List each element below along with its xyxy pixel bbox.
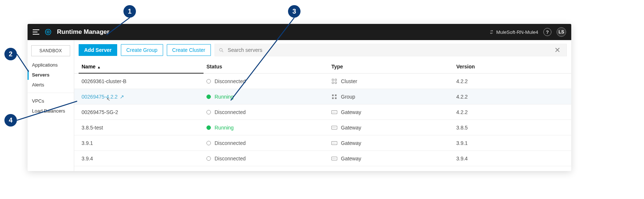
svg-rect-11 <box>335 82 337 83</box>
gateway-icon <box>331 141 337 145</box>
table-row[interactable]: 00269475-4.2.2↗↖RunningGroup4.2.2 <box>74 89 571 104</box>
sidebar-item-servers[interactable]: Servers <box>28 70 74 80</box>
table-row[interactable]: 3.9.4DisconnectedGateway3.9.4 <box>74 151 571 166</box>
logo-icon <box>44 28 52 36</box>
type-cell: Group <box>328 90 453 103</box>
cluster-icon <box>331 79 337 83</box>
name-cell: 3.8.5-test <box>79 121 204 134</box>
version-cell: 3.9.4 <box>453 152 567 165</box>
type-cell: Gateway <box>328 152 453 165</box>
status-indicator-icon <box>206 125 211 130</box>
menu-icon[interactable] <box>33 29 39 35</box>
status-text: Running <box>215 94 234 100</box>
status-cell: Running <box>204 90 328 103</box>
svg-line-1 <box>17 54 29 72</box>
svg-point-26 <box>334 143 334 143</box>
switch-icon <box>489 29 494 35</box>
callout-1: 1 <box>123 5 136 18</box>
gateway-icon <box>331 156 337 161</box>
status-text: Disconnected <box>215 78 246 84</box>
table-row[interactable]: 00269361-cluster-BDisconnectedCluster4.2… <box>74 74 571 89</box>
sidebar-item-alerts[interactable]: Alerts <box>28 80 74 90</box>
name-cell: 3.9.4 <box>79 152 204 165</box>
cursor-icon: ↖ <box>107 97 110 102</box>
svg-point-31 <box>335 158 336 159</box>
table-row[interactable]: 00269475-SG-2DisconnectedGateway4.2.2 <box>74 104 571 120</box>
main: Add Server Create Group Create Cluster ✕… <box>74 40 571 171</box>
create-group-button[interactable]: Create Group <box>121 44 163 56</box>
callout-4: 4 <box>4 114 17 127</box>
status-text: Disconnected <box>215 156 246 161</box>
sidebar-item-load-balancers[interactable]: Load Balancers <box>28 106 74 116</box>
status-text: Disconnected <box>215 109 246 115</box>
env-chip[interactable]: SANDBOX <box>31 45 70 56</box>
open-icon[interactable]: ↗ <box>120 94 124 100</box>
type-text: Gateway <box>341 156 361 161</box>
topbar: Runtime Manager MuleSoft-RN-Mule4 ? LS <box>28 24 571 40</box>
svg-point-21 <box>332 127 333 128</box>
svg-rect-12 <box>332 94 334 96</box>
avatar[interactable]: LS <box>557 27 566 37</box>
svg-rect-13 <box>335 94 337 96</box>
name-cell: 00269475-SG-2 <box>79 106 204 119</box>
svg-point-30 <box>334 158 334 159</box>
status-cell: Disconnected <box>204 136 328 150</box>
search-input[interactable] <box>228 47 548 53</box>
status-text: Running <box>215 125 234 131</box>
add-server-button[interactable]: Add Server <box>79 44 117 56</box>
table-row[interactable]: 3.9.1DisconnectedGateway3.9.1 <box>74 135 571 151</box>
svg-rect-10 <box>332 82 334 83</box>
col-type-header[interactable]: Type <box>328 60 453 73</box>
status-cell: Disconnected <box>204 106 328 119</box>
servers-table: Name▲ Status Type Version 00269361-clust… <box>74 60 571 171</box>
svg-point-4 <box>46 29 51 35</box>
callout-3: 3 <box>288 5 301 18</box>
svg-point-29 <box>332 158 333 159</box>
svg-rect-15 <box>335 97 337 99</box>
org-name: MuleSoft-RN-Mule4 <box>496 29 538 35</box>
svg-rect-9 <box>335 79 337 80</box>
gateway-icon <box>331 110 337 114</box>
col-version-header[interactable]: Version <box>453 60 567 73</box>
type-cell: Gateway <box>328 121 453 134</box>
type-text: Gateway <box>341 140 361 146</box>
svg-point-18 <box>334 112 334 113</box>
sidebar-item-applications[interactable]: Applications <box>28 60 74 70</box>
status-text: Disconnected <box>215 140 246 146</box>
gateway-icon <box>331 125 337 130</box>
type-cell: Gateway <box>328 106 453 119</box>
create-cluster-button[interactable]: Create Cluster <box>167 44 211 56</box>
status-indicator-icon <box>206 110 211 114</box>
org-switcher[interactable]: MuleSoft-RN-Mule4 <box>489 29 538 35</box>
toolbar: Add Server Create Group Create Cluster ✕ <box>74 40 571 60</box>
svg-rect-14 <box>332 97 334 99</box>
type-cell: Gateway <box>328 136 453 150</box>
svg-point-6 <box>219 48 222 51</box>
status-indicator-icon <box>206 95 211 99</box>
table-header: Name▲ Status Type Version <box>74 60 571 74</box>
help-button[interactable]: ? <box>543 28 551 36</box>
status-cell: Running <box>204 121 328 134</box>
callout-2: 2 <box>4 48 17 60</box>
table-row[interactable]: 3.8.5-testRunningGateway3.8.5 <box>74 120 571 135</box>
col-name-header[interactable]: Name▲ <box>79 60 204 73</box>
status-cell: Disconnected <box>204 75 328 88</box>
svg-point-23 <box>335 127 336 128</box>
app-title: Runtime Manager <box>57 28 109 36</box>
svg-line-7 <box>222 51 223 52</box>
clear-search-icon[interactable]: ✕ <box>552 46 563 54</box>
server-link[interactable]: 00269475-4.2.2 <box>82 94 118 100</box>
sidebar-separator <box>28 93 74 93</box>
svg-point-25 <box>332 143 333 143</box>
col-status-header[interactable]: Status <box>204 60 328 73</box>
name-cell: 00269361-cluster-B <box>79 75 204 88</box>
status-indicator-icon <box>206 156 211 161</box>
sidebar-item-vpcs[interactable]: VPCs <box>28 96 74 106</box>
status-indicator-icon <box>206 141 211 145</box>
status-indicator-icon <box>206 79 211 83</box>
version-cell: 4.2.2 <box>453 90 567 103</box>
search-icon <box>219 47 224 53</box>
type-text: Cluster <box>341 78 357 84</box>
svg-point-5 <box>47 31 49 33</box>
status-cell: Disconnected <box>204 152 328 165</box>
